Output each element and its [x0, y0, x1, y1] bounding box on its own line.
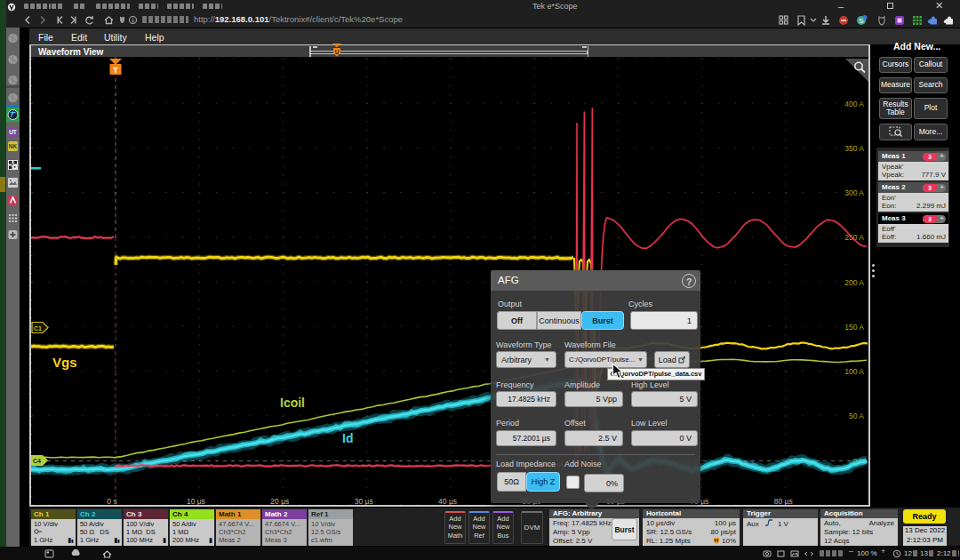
svg-text:300 A: 300 A — [844, 188, 864, 197]
svg-text:150 A: 150 A — [844, 323, 864, 332]
svg-text:Vgs: Vgs — [52, 355, 77, 370]
svg-text:Id: Id — [342, 431, 353, 445]
svg-text:50 A: 50 A — [849, 412, 864, 420]
svg-text:NK: NK — [9, 143, 18, 149]
svg-text:UT: UT — [9, 129, 17, 135]
svg-text:C1: C1 — [34, 325, 42, 332]
svg-text:T: T — [113, 66, 118, 75]
svg-text:20 µs: 20 µs — [270, 497, 289, 505]
svg-text:10 µs: 10 µs — [187, 497, 205, 505]
svg-text:40 µs: 40 µs — [438, 497, 457, 505]
svg-text:80 µs: 80 µs — [774, 497, 793, 505]
svg-text:C4: C4 — [33, 458, 41, 464]
svg-text:100 A: 100 A — [844, 367, 864, 376]
svg-text:U: U — [335, 49, 340, 55]
svg-text:200 A: 200 A — [844, 278, 864, 287]
svg-text:Icoil: Icoil — [280, 396, 305, 410]
svg-text:400 A: 400 A — [844, 100, 864, 108]
svg-text:30 µs: 30 µs — [355, 497, 373, 505]
svg-text:350 A: 350 A — [844, 144, 864, 153]
